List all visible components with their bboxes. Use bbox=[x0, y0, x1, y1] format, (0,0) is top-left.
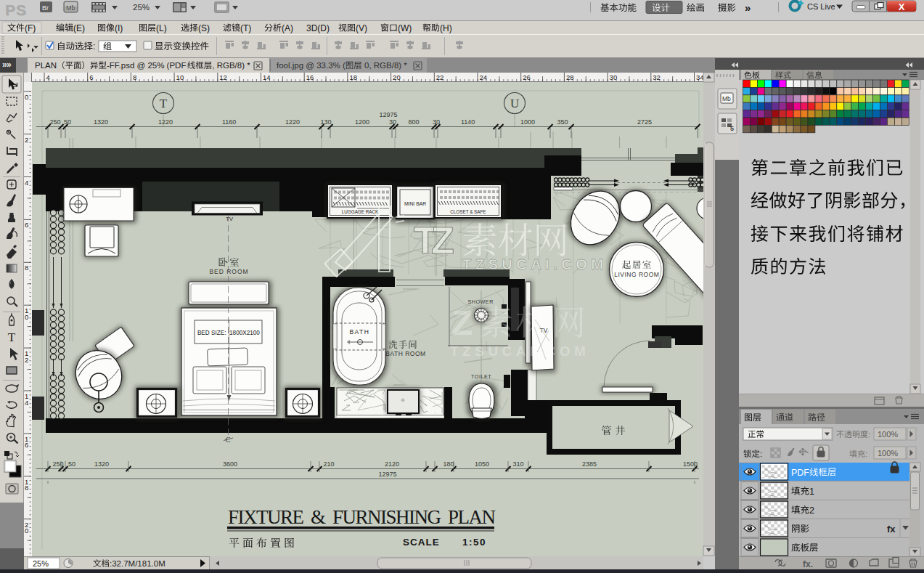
svg-text:10: 10 bbox=[176, 73, 184, 81]
svg-text:2: 2 bbox=[25, 136, 28, 144]
svg-text:Z: Z bbox=[431, 219, 454, 261]
svg-text:22: 22 bbox=[436, 73, 444, 81]
svg-text:LIVING ROOM: LIVING ROOM bbox=[614, 271, 659, 278]
svg-text:130: 130 bbox=[321, 118, 332, 126]
svg-text:Mb: Mb bbox=[66, 4, 75, 12]
svg-text:CS Live: CS Live bbox=[807, 2, 835, 11]
svg-text:1:50: 1:50 bbox=[462, 537, 486, 548]
svg-text:0, RGB/8) *: 0, RGB/8) * bbox=[362, 61, 408, 70]
svg-text:12: 12 bbox=[219, 73, 227, 81]
svg-text:310: 310 bbox=[513, 460, 524, 468]
svg-text:LUGGAGE RACK: LUGGAGE RACK bbox=[342, 209, 379, 214]
svg-text:(W): (W) bbox=[398, 23, 412, 33]
svg-text:25%: 25% bbox=[133, 3, 150, 12]
svg-text:Br: Br bbox=[42, 4, 49, 12]
svg-text:(T): (T) bbox=[240, 23, 251, 33]
svg-text:fx.: fx. bbox=[803, 559, 813, 569]
svg-text:TOILET: TOILET bbox=[471, 373, 491, 380]
svg-text:BATH: BATH bbox=[349, 328, 369, 336]
svg-text:PLAN: PLAN bbox=[35, 61, 57, 70]
svg-text::: : bbox=[760, 450, 762, 458]
svg-text:»: » bbox=[745, 1, 751, 14]
svg-text:1140: 1140 bbox=[461, 118, 475, 126]
svg-text:34: 34 bbox=[696, 73, 704, 81]
svg-text:2: 2 bbox=[809, 505, 814, 516]
svg-text:MINI BAR: MINI BAR bbox=[404, 201, 426, 206]
svg-text:30: 30 bbox=[389, 118, 396, 126]
svg-text:1200: 1200 bbox=[355, 118, 369, 126]
svg-text:20: 20 bbox=[393, 73, 401, 81]
svg-text::: : bbox=[868, 430, 870, 439]
svg-text:(V): (V) bbox=[356, 23, 367, 33]
svg-text:8: 8 bbox=[25, 264, 28, 272]
svg-text:T: T bbox=[160, 97, 168, 110]
svg-text:TV: TV bbox=[226, 216, 234, 222]
svg-text:T: T bbox=[8, 330, 16, 344]
svg-text:4: 4 bbox=[46, 73, 50, 81]
svg-text:1160: 1160 bbox=[222, 118, 236, 126]
svg-text::: : bbox=[865, 450, 867, 458]
svg-text:fx: fx bbox=[887, 524, 896, 535]
svg-text:1: 1 bbox=[809, 487, 814, 497]
svg-text:1000: 1000 bbox=[520, 118, 535, 126]
svg-text:(E): (E) bbox=[73, 23, 85, 33]
svg-text:(H): (H) bbox=[440, 23, 452, 33]
svg-text:, RGB/8) *: , RGB/8) * bbox=[212, 61, 250, 70]
svg-text:SCALE: SCALE bbox=[403, 537, 440, 548]
svg-text:2385: 2385 bbox=[582, 460, 597, 468]
svg-text:14: 14 bbox=[263, 73, 271, 81]
svg-text:250: 250 bbox=[53, 460, 64, 468]
svg-text:fool.jpg @ 33.3% (: fool.jpg @ 33.3% ( bbox=[277, 61, 346, 70]
svg-text:24: 24 bbox=[480, 73, 488, 81]
svg-text:(F): (F) bbox=[25, 23, 36, 33]
svg-text:Z: Z bbox=[451, 304, 473, 342]
svg-text:12975: 12975 bbox=[379, 471, 397, 478]
svg-text:100%: 100% bbox=[878, 449, 898, 458]
svg-text:8: 8 bbox=[25, 484, 28, 492]
svg-text:X: X bbox=[899, 1, 905, 12]
svg-text:(S): (S) bbox=[198, 23, 210, 33]
svg-text:TZSUCAI.COM: TZSUCAI.COM bbox=[450, 344, 589, 359]
svg-text:800: 800 bbox=[409, 118, 420, 126]
svg-text:4: 4 bbox=[25, 179, 28, 187]
svg-text:0: 0 bbox=[25, 527, 28, 535]
svg-text:18: 18 bbox=[349, 73, 357, 81]
svg-text:-FF.psd @ 25% (PDF: -FF.psd @ 25% (PDF bbox=[107, 61, 186, 70]
svg-text:CLOSET & SAFE: CLOSET & SAFE bbox=[450, 209, 486, 214]
svg-text:180: 180 bbox=[443, 460, 454, 468]
svg-text:BATH ROOM: BATH ROOM bbox=[385, 350, 425, 357]
svg-text:PS: PS bbox=[5, 1, 27, 18]
svg-text:PDF: PDF bbox=[791, 468, 809, 478]
svg-text:25%: 25% bbox=[33, 559, 49, 568]
svg-text:»: » bbox=[7, 60, 12, 70]
svg-text:5: 5 bbox=[730, 125, 734, 132]
svg-text:TZSUCAI.COM: TZSUCAI.COM bbox=[462, 256, 607, 272]
svg-text:U: U bbox=[510, 97, 519, 110]
svg-text:BED SIZE: 1800X2100: BED SIZE: 1800X2100 bbox=[197, 330, 260, 336]
svg-text:FIXTURE & FURNISHING PLAN: FIXTURE & FURNISHING PLAN bbox=[228, 506, 496, 528]
svg-text:2: 2 bbox=[25, 356, 28, 364]
svg-text:0: 0 bbox=[25, 313, 28, 321]
svg-text:6: 6 bbox=[89, 73, 93, 81]
svg-text:6: 6 bbox=[25, 221, 28, 229]
svg-text:12975: 12975 bbox=[380, 111, 398, 118]
svg-text:2725: 2725 bbox=[637, 118, 652, 126]
svg-text:(L): (L) bbox=[156, 23, 167, 33]
svg-text:50: 50 bbox=[68, 460, 75, 468]
svg-text:1320: 1320 bbox=[94, 118, 108, 126]
svg-text:4: 4 bbox=[25, 399, 28, 407]
svg-text:26: 26 bbox=[523, 73, 531, 81]
svg-text::32.7M/181.0M: :32.7M/181.0M bbox=[110, 559, 165, 568]
svg-text:1320: 1320 bbox=[94, 460, 109, 468]
svg-text:16: 16 bbox=[306, 73, 314, 81]
svg-text:100%: 100% bbox=[878, 430, 898, 439]
svg-text:6: 6 bbox=[25, 441, 28, 449]
svg-text:3600: 3600 bbox=[223, 460, 237, 468]
svg-text:(A): (A) bbox=[282, 23, 293, 33]
svg-text:1500: 1500 bbox=[683, 460, 698, 468]
svg-text:350: 350 bbox=[557, 118, 568, 126]
svg-text:28: 28 bbox=[566, 73, 574, 81]
svg-text:8: 8 bbox=[133, 73, 136, 81]
svg-text:1050: 1050 bbox=[475, 460, 489, 468]
svg-text:0: 0 bbox=[25, 93, 28, 101]
